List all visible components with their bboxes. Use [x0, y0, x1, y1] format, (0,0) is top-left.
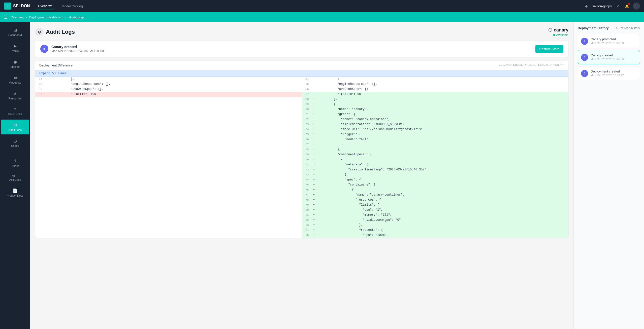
sidebar-item-resources[interactable]: ◈ Resources — [1, 88, 29, 103]
sidebar-label-batch-jobs: Batch Jobs — [8, 113, 22, 116]
sidebar-item-predict[interactable]: ▶ Predict — [1, 41, 29, 55]
line-marker: + — [312, 203, 316, 207]
diff-line: 55 "engineResources": {}, — [35, 82, 302, 87]
diff-line: 76 + { — [302, 188, 569, 193]
logo-text: SELDON — [13, 4, 30, 8]
avatar[interactable]: U — [633, 3, 640, 10]
sidebar-label-monitor: Monitor — [11, 65, 20, 68]
line-number: 54 — [302, 77, 311, 81]
line-marker: + — [312, 172, 316, 177]
diff-content: 54 }, 55 "engineResources": {}, 56 "svcO… — [35, 77, 568, 238]
breadcrumb-overview[interactable]: Overview — [11, 15, 24, 19]
line-marker: + — [312, 188, 316, 192]
history-item-time: Mon Mar 20 2023 15:46:50 — [591, 42, 624, 45]
line-number: 84 — [302, 228, 311, 232]
history-item[interactable]: # Canary created Mon Mar 20 2023 15:46:3… — [578, 50, 640, 64]
line-marker: - — [45, 92, 49, 96]
restore-state-button[interactable]: Restore State — [535, 45, 564, 53]
line-content: "containers": [ — [316, 182, 569, 187]
sidebar-item-batch-jobs[interactable]: ≡ Batch Jobs — [1, 104, 29, 119]
monitor-icon: ◉ — [13, 59, 17, 64]
line-number: 69 — [302, 152, 311, 157]
sidebar-item-product-docs[interactable]: 📄 Product Docs — [1, 185, 29, 200]
history-avatar: # — [581, 54, 588, 61]
line-content: "spec": { — [316, 177, 569, 182]
top-nav-left: S SELDON Overview Model Catalog — [4, 3, 85, 10]
expand-lines-button[interactable]: Expand 53 lines ... — [35, 70, 568, 77]
line-content: "cpu": "100m", — [316, 233, 569, 237]
line-number: 54 — [35, 77, 44, 81]
history-info: Canary created Mon Mar 20 2023 15:46:36 — [591, 53, 624, 61]
line-marker: + — [312, 132, 316, 137]
diff-section: Deployment Difference cecae90b11d056bb7f… — [35, 61, 568, 238]
diff-line: 63 + "implementation": "XGBOOST_SERVER", — [302, 122, 569, 127]
line-marker: + — [312, 198, 316, 202]
docs-icon: 📄 — [13, 188, 18, 193]
line-number: 78 — [302, 198, 311, 202]
line-number: 79 — [302, 203, 311, 207]
diff-line: 70 + { — [302, 157, 569, 162]
sidebar-item-audit-logs[interactable]: ⊙ Audit Logs — [1, 120, 29, 134]
diff-line: 54 }, — [302, 77, 569, 82]
refresh-history-button[interactable]: ↻ Refresh history — [616, 26, 640, 30]
history-header: Deployment History ↻ Refresh history — [578, 26, 640, 30]
breadcrumb-bar: ☰ Overview / Deployment Dashboard / Audi… — [0, 12, 644, 22]
line-number: 70 — [302, 157, 311, 162]
history-items: # Canary promoted Mon Mar 20 2023 15:46:… — [578, 34, 640, 80]
line-number: 60 — [302, 107, 311, 112]
line-content: "traffic": 90 — [316, 92, 569, 96]
sidebar-label-product-docs: Product Docs — [7, 194, 23, 197]
diff-line: 83 + }, — [302, 223, 569, 228]
line-number: 62 — [302, 117, 311, 122]
diff-line: 78 + "resources": { — [302, 198, 569, 203]
line-content: "cpu": "1", — [316, 208, 569, 212]
line-content: }, — [316, 172, 569, 177]
line-content: "memory": "1Gi", — [316, 213, 569, 217]
nav-tab-overview[interactable]: Overview — [36, 3, 54, 9]
history-title: Deployment History — [578, 26, 609, 30]
history-info: Canary promoted Mon Mar 20 2023 15:46:50 — [591, 37, 624, 45]
menu-icon[interactable]: ☰ — [4, 15, 8, 20]
line-number: 58 — [302, 97, 311, 101]
deployment-name: ⬡ canary — [548, 27, 568, 33]
event-card: # Canary created Mon Mar 20 2023 15:46:3… — [35, 41, 568, 57]
line-content: }, — [316, 77, 569, 81]
line-content: } — [316, 142, 569, 147]
line-content: "svcOrchSpec": {}, — [49, 87, 302, 91]
diff-line: 60 + "name": "canary", — [302, 107, 569, 112]
line-marker: + — [312, 152, 316, 157]
line-marker: + — [312, 233, 316, 237]
line-number: 61 — [302, 112, 311, 117]
main-content: ⊙ Audit Logs ⬡ canary Available # Canary… — [30, 22, 573, 329]
sidebar-divider-1 — [3, 153, 27, 153]
diff-line: 55 "engineResources": {}, — [302, 82, 569, 87]
line-content: }, — [316, 223, 569, 227]
line-number: 72 — [302, 167, 311, 172]
line-content: "metadata": { — [316, 162, 569, 167]
breadcrumb-deployment-dashboard[interactable]: Deployment Dashboard — [29, 15, 63, 19]
sidebar-item-api-docs[interactable]: HTTP API Docs — [1, 171, 29, 184]
line-number: 55 — [302, 82, 311, 86]
sidebar-item-requests[interactable]: ⇄ Requests — [1, 72, 29, 87]
diff-line: 62 + "name": "canary-container", — [302, 117, 569, 122]
user-name: seldon-gitops — [592, 4, 612, 8]
sidebar-item-usage[interactable]: ◷ Usage — [1, 135, 29, 150]
nav-tab-model-catalog[interactable]: Model Catalog — [60, 3, 85, 9]
sidebar-item-about[interactable]: ℹ About — [1, 156, 29, 170]
sidebar: ⊞ Dashboard ▶ Predict ◉ Monitor ⇄ Reques… — [0, 22, 30, 329]
line-content: "engineResources": {}, — [316, 82, 569, 86]
history-item[interactable]: # Deployment created Mon Mar 20 2023 15:… — [578, 66, 640, 80]
sidebar-item-monitor[interactable]: ◉ Monitor — [1, 56, 29, 71]
history-item[interactable]: # Canary promoted Mon Mar 20 2023 15:46:… — [578, 34, 640, 48]
breadcrumb: Overview / Deployment Dashboard / Audit … — [11, 15, 86, 19]
sidebar-label-about: About — [12, 164, 19, 167]
line-number: 81 — [302, 213, 311, 217]
line-marker: + — [312, 102, 316, 106]
line-content: "graph": { — [316, 112, 569, 117]
line-number: 57 — [302, 92, 311, 96]
sidebar-item-dashboard[interactable]: ⊞ Dashboard — [1, 25, 29, 40]
line-content: "resources": { — [316, 198, 569, 202]
sidebar-label-audit-logs: Audit Logs — [9, 128, 22, 131]
bell-icon[interactable]: 🔔 — [624, 3, 630, 9]
line-marker: + — [312, 142, 316, 147]
